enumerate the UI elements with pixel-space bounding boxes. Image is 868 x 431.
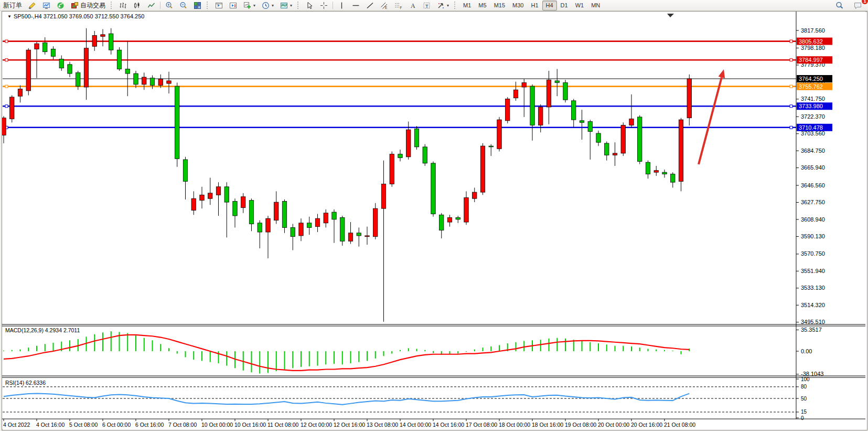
hline-anchor[interactable] bbox=[790, 126, 792, 129]
candlestick bbox=[68, 65, 72, 73]
candlestick bbox=[654, 171, 658, 172]
macd-histogram-bar bbox=[251, 351, 252, 372]
new-order-button[interactable]: 新订单 bbox=[0, 0, 25, 10]
hline-anchor[interactable] bbox=[790, 85, 792, 88]
channel-icon[interactable]: E bbox=[377, 0, 391, 10]
hline-anchor[interactable] bbox=[5, 85, 8, 88]
signals-icon[interactable] bbox=[53, 0, 68, 10]
macd-histogram-bar bbox=[45, 344, 46, 351]
timeframe-m5-button[interactable]: M5 bbox=[475, 1, 490, 10]
candlestick bbox=[315, 218, 319, 227]
hline-anchor[interactable] bbox=[5, 59, 8, 61]
textA-icon: A bbox=[409, 2, 416, 9]
text-icon[interactable]: A bbox=[405, 0, 420, 10]
chevron-down-icon[interactable]: ▾ bbox=[290, 3, 292, 8]
fibonacci-icon[interactable]: F bbox=[391, 0, 405, 10]
candlestick bbox=[175, 86, 179, 159]
chevron-down-icon[interactable]: ▾ bbox=[253, 3, 255, 8]
macd-histogram-bar bbox=[267, 351, 269, 373]
hline-anchor[interactable] bbox=[790, 40, 792, 43]
timeframe-m30-button[interactable]: M30 bbox=[509, 1, 527, 10]
chevron-down-icon[interactable]: ▾ bbox=[447, 3, 449, 8]
macd-histogram-bar bbox=[276, 351, 277, 371]
hline-anchor[interactable] bbox=[790, 105, 792, 108]
chart-canvas[interactable]: 3817.5603798.1803779.3703760.5603741.750… bbox=[2, 12, 867, 429]
chevron-down-icon[interactable]: ▾ bbox=[272, 3, 274, 8]
time-tick-label: 4 Oct 16:00 bbox=[36, 422, 65, 428]
timeframe-d1-button[interactable]: D1 bbox=[557, 1, 572, 10]
hline-anchor[interactable] bbox=[5, 105, 8, 108]
price-tick-label: 3646.560 bbox=[801, 182, 825, 188]
line-chart-icon[interactable] bbox=[144, 0, 158, 10]
macd-histogram-bar bbox=[483, 348, 484, 351]
hline-price-badge-text: 3710.478 bbox=[799, 124, 823, 131]
candlestick bbox=[158, 79, 163, 85]
vertical-line-icon[interactable] bbox=[335, 0, 349, 10]
arrows-dropdown[interactable]: ▾ bbox=[434, 0, 452, 10]
cursor-icon bbox=[306, 2, 314, 9]
text-label-icon[interactable]: T bbox=[420, 0, 434, 10]
timeframe-m1-button[interactable]: M1 bbox=[459, 1, 475, 10]
toolbar-grip[interactable] bbox=[454, 2, 457, 9]
search-icon bbox=[835, 2, 843, 9]
hline-anchor[interactable] bbox=[790, 59, 792, 61]
toolbar-grip[interactable] bbox=[207, 2, 210, 9]
price-tick-label: 3590.130 bbox=[801, 233, 825, 239]
market-watch-icon[interactable] bbox=[39, 0, 53, 10]
candlestick bbox=[43, 43, 47, 51]
trendline-icon[interactable] bbox=[363, 0, 377, 10]
timeframe-h4-button[interactable]: H4 bbox=[542, 1, 557, 10]
crosshair-icon[interactable] bbox=[317, 0, 331, 10]
macd-histogram-bar bbox=[615, 346, 616, 351]
price-tick-label: 3684.750 bbox=[801, 148, 825, 154]
time-tick-label: 19 Oct 08:00 bbox=[565, 422, 596, 428]
zoom-in-icon[interactable] bbox=[162, 0, 176, 10]
macd-histogram-bar bbox=[317, 351, 318, 366]
autotrade-button[interactable]: 自动交易 bbox=[68, 0, 109, 10]
search-button[interactable] bbox=[832, 0, 846, 10]
tile-windows-icon[interactable] bbox=[190, 0, 205, 10]
horizontal-line-icon[interactable] bbox=[349, 0, 363, 10]
styler-icon[interactable] bbox=[25, 0, 39, 10]
timeframe-h1-button[interactable]: H1 bbox=[527, 1, 542, 10]
candlestick bbox=[150, 78, 154, 86]
candlestick bbox=[398, 154, 402, 158]
indicators-window-icon[interactable] bbox=[212, 0, 226, 10]
toolbar-grip[interactable] bbox=[111, 2, 114, 9]
candlestick bbox=[324, 213, 328, 223]
bar-chart-icon[interactable] bbox=[116, 0, 130, 10]
macd-histogram-bar bbox=[152, 340, 153, 351]
time-tick-label: 17 Oct 08:00 bbox=[466, 422, 497, 428]
macd-histogram-bar bbox=[367, 351, 368, 361]
zoom-out-icon[interactable] bbox=[176, 0, 190, 10]
period-dropdown[interactable]: ▾ bbox=[259, 0, 277, 10]
candlestick-chart-icon[interactable] bbox=[130, 0, 144, 10]
timeframe-w1-button[interactable]: W1 bbox=[572, 1, 588, 10]
add-indicator-dropdown[interactable]: ▾ bbox=[240, 0, 259, 10]
macd-histogram-bar bbox=[160, 344, 161, 351]
cursor-icon[interactable] bbox=[303, 0, 317, 10]
time-tick-label: 20 Oct 00:00 bbox=[598, 422, 629, 428]
notifications-button[interactable]: 1 bbox=[851, 0, 865, 10]
indicators-list-icon[interactable] bbox=[226, 0, 240, 10]
trend-icon bbox=[366, 2, 374, 9]
chart-window[interactable]: ▼SP500-,H4 3721.050 3769.050 3712.550 37… bbox=[2, 11, 867, 430]
chat-icon bbox=[854, 2, 862, 9]
macd-histogram-bar bbox=[284, 351, 285, 370]
toolbar-grip[interactable] bbox=[297, 2, 301, 9]
macd-histogram-bar bbox=[457, 351, 458, 354]
macd-histogram-bar bbox=[598, 343, 599, 351]
timeframe-mn-button[interactable]: MN bbox=[587, 1, 604, 10]
candlestick bbox=[101, 35, 105, 36]
candlestick bbox=[340, 217, 345, 241]
hline-anchor[interactable] bbox=[5, 40, 8, 43]
macd-histogram-bar bbox=[201, 351, 202, 361]
symbol-dropdown-icon[interactable]: ▼ bbox=[7, 14, 12, 19]
candlestick bbox=[249, 201, 253, 224]
template-dropdown[interactable]: ▾ bbox=[277, 0, 295, 10]
rsi-tick-label: 15 bbox=[801, 409, 807, 415]
macd-histogram-bar bbox=[466, 351, 467, 352]
candlestick bbox=[10, 97, 14, 119]
timeframe-m15-button[interactable]: M15 bbox=[490, 1, 509, 10]
candlestick bbox=[497, 120, 501, 149]
